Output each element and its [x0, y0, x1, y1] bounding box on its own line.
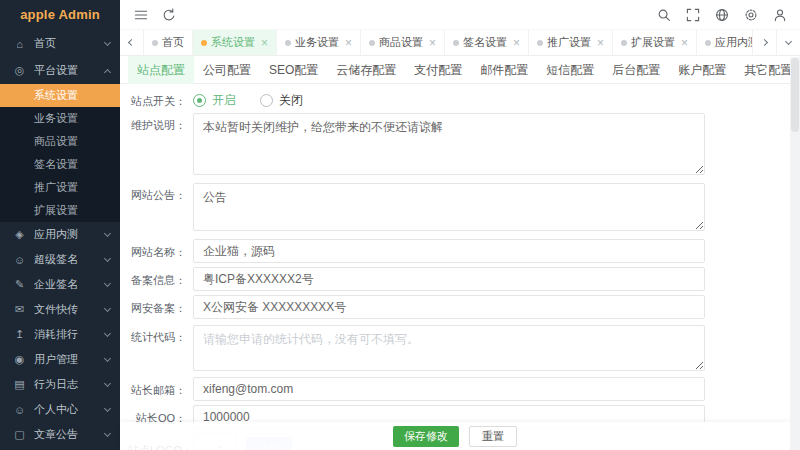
- subtab-payment-config[interactable]: 支付配置: [405, 56, 471, 84]
- file-transfer-icon: ✉: [13, 303, 26, 316]
- tabs-scroll-right-button[interactable]: [752, 30, 776, 55]
- fullscreen-icon[interactable]: [685, 7, 700, 22]
- chevron-down-icon: [104, 354, 111, 361]
- upload-arrow-icon: ↥: [13, 328, 26, 341]
- vertical-scrollbar[interactable]: [790, 57, 800, 450]
- config-subtabs: 站点配置 公司配置 SEO配置 云储存配置 支付配置 邮件配置 短信配置 后台配…: [120, 56, 800, 84]
- radio-icon: [193, 94, 206, 107]
- tab-dot: [537, 40, 543, 46]
- tab-dot: [369, 40, 375, 46]
- open-tabs: 首页 系统设置 × 业务设置 × 商品设置 ×: [144, 30, 752, 55]
- sidebar-item-enterprise-signature[interactable]: ✎ 企业签名: [0, 272, 120, 297]
- icp-record-input[interactable]: [193, 267, 705, 291]
- subtab-site-config[interactable]: 站点配置: [128, 56, 194, 84]
- subtab-seo-config[interactable]: SEO配置: [260, 56, 327, 84]
- tabs-scroll-left-button[interactable]: [120, 30, 144, 55]
- stats-code-textarea[interactable]: [193, 325, 705, 371]
- tab-home[interactable]: 首页: [144, 30, 193, 55]
- subtab-sms-config[interactable]: 短信配置: [537, 56, 603, 84]
- sidebar-item-app-beta[interactable]: ◈ 应用内测: [0, 222, 120, 247]
- scrollbar-thumb[interactable]: [791, 58, 799, 132]
- tab-signature-settings[interactable]: 签名设置 ×: [445, 30, 529, 55]
- gear-icon[interactable]: [743, 7, 758, 22]
- app-window: apple Admin ⌂ 首页 ◎ 平台设置 系统设置 业务设置 商品设置 签…: [0, 0, 800, 450]
- tab-app-beta-list[interactable]: 应用内测列表 ×: [697, 30, 752, 55]
- close-icon[interactable]: ×: [513, 37, 520, 49]
- main-area: 首页 系统设置 × 业务设置 × 商品设置 ×: [120, 0, 800, 450]
- radio-site-off[interactable]: 关闭: [260, 92, 303, 109]
- field-label-stats-code: 统计代码：: [128, 325, 186, 345]
- tab-system-settings[interactable]: 系统设置 ×: [193, 30, 277, 55]
- save-button[interactable]: 保存修改: [393, 426, 459, 447]
- field-label-icp: 备案信息：: [128, 267, 186, 288]
- site-name-input[interactable]: [193, 239, 705, 263]
- sidebar-item-consumption-rank[interactable]: ↥ 消耗排行: [0, 322, 120, 347]
- police-record-input[interactable]: [193, 295, 705, 319]
- sidebar-item-behavior-log[interactable]: ▤ 行为日志: [0, 372, 120, 397]
- smiley-icon: ☺: [13, 254, 26, 266]
- sidebar-item-extension-settings[interactable]: 扩展设置: [0, 199, 120, 222]
- chevron-down-icon: [104, 379, 111, 386]
- paperclip-icon: ◈: [13, 228, 26, 241]
- site-switch-radio-group: 开启 关闭: [193, 92, 303, 108]
- reset-button[interactable]: 重置: [469, 426, 517, 447]
- chevron-right-icon: [761, 39, 768, 46]
- search-icon[interactable]: [656, 7, 671, 22]
- home-icon: ⌂: [13, 38, 26, 50]
- close-icon[interactable]: ×: [345, 37, 352, 49]
- notice-textarea[interactable]: 公告: [193, 183, 705, 231]
- sidebar-item-super-signature[interactable]: ☺ 超级签名: [0, 247, 120, 272]
- sidebar-sections: ◈ 应用内测 ☺ 超级签名 ✎ 企业签名 ✉ 文件快传 ↥ 消耗排行: [0, 222, 120, 447]
- radio-icon: [260, 94, 273, 107]
- refresh-icon[interactable]: [161, 7, 176, 22]
- field-label-email: 站长邮箱：: [128, 377, 186, 398]
- edit-icon: ✎: [13, 278, 26, 291]
- subtab-account-config[interactable]: 账户配置: [669, 56, 735, 84]
- sidebar-item-signature-settings[interactable]: 签名设置: [0, 153, 120, 176]
- globe-icon[interactable]: [714, 7, 729, 22]
- tab-dot: [453, 40, 459, 46]
- tab-promotion-settings[interactable]: 推广设置 ×: [529, 30, 613, 55]
- chevron-left-icon: [128, 39, 135, 46]
- person-icon: ☺: [13, 404, 26, 416]
- sidebar-item-business-settings[interactable]: 业务设置: [0, 107, 120, 130]
- sidebar-item-file-transfer[interactable]: ✉ 文件快传: [0, 297, 120, 322]
- sidebar-item-article-announcement[interactable]: ▢ 文章公告: [0, 422, 120, 447]
- user-icon[interactable]: [772, 7, 787, 22]
- chevron-down-icon: [104, 38, 111, 45]
- close-icon[interactable]: ×: [597, 37, 604, 49]
- sidebar-item-home[interactable]: ⌂ 首页: [0, 30, 120, 57]
- maintenance-textarea[interactable]: 本站暂时关闭维护，给您带来的不便还请谅解: [193, 113, 705, 175]
- close-icon[interactable]: ×: [429, 37, 436, 49]
- tab-dot: [285, 40, 291, 46]
- subtab-backend-config[interactable]: 后台配置: [603, 56, 669, 84]
- tab-dot: [705, 40, 711, 46]
- subtab-mail-config[interactable]: 邮件配置: [471, 56, 537, 84]
- subtab-cloud-storage-config[interactable]: 云储存配置: [327, 56, 405, 84]
- gear-icon: ◎: [13, 64, 26, 77]
- chevron-down-icon: [104, 404, 111, 411]
- close-icon[interactable]: ×: [261, 37, 268, 49]
- chevron-down-icon: [104, 279, 111, 286]
- monitor-icon: ▢: [13, 428, 26, 441]
- tab-extension-settings[interactable]: 扩展设置 ×: [613, 30, 697, 55]
- document-icon: ▤: [13, 378, 26, 391]
- chevron-down-icon: [785, 37, 792, 44]
- sidebar-item-system-settings[interactable]: 系统设置: [0, 84, 120, 107]
- sidebar-item-promotion-settings[interactable]: 推广设置: [0, 176, 120, 199]
- tabs-dropdown-button[interactable]: [776, 30, 800, 55]
- sidebar-item-user-management[interactable]: ◉ 用户管理: [0, 347, 120, 372]
- sidebar-item-product-settings[interactable]: 商品设置: [0, 130, 120, 153]
- close-icon[interactable]: ×: [681, 37, 688, 49]
- webmaster-email-input[interactable]: [193, 377, 705, 401]
- tab-dot: [201, 40, 207, 46]
- tab-bar: 首页 系统设置 × 业务设置 × 商品设置 ×: [120, 30, 800, 56]
- tab-business-settings[interactable]: 业务设置 ×: [277, 30, 361, 55]
- menu-icon[interactable]: [133, 7, 148, 22]
- tab-dot: [621, 40, 627, 46]
- sidebar-item-personal-center[interactable]: ☺ 个人中心: [0, 397, 120, 422]
- sidebar-item-platform-settings[interactable]: ◎ 平台设置: [0, 57, 120, 84]
- radio-site-on[interactable]: 开启: [193, 92, 236, 109]
- tab-product-settings[interactable]: 商品设置 ×: [361, 30, 445, 55]
- subtab-company-config[interactable]: 公司配置: [194, 56, 260, 84]
